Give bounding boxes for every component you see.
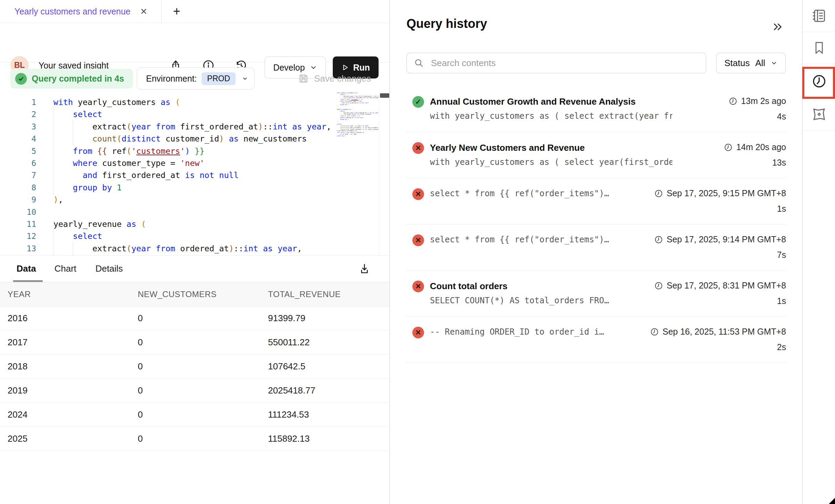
table-row[interactable]: 20240111234.53 [0,403,389,427]
bookmark-icon[interactable] [803,32,835,64]
query-timestamp: Sep 17, 2025, 9:15 PM GMT+8 [654,188,786,198]
query-history-icon[interactable] [803,64,835,98]
save-icon [298,73,309,84]
table-row[interactable]: 201902025418.77 [0,379,389,403]
tab-data[interactable]: Data [17,263,36,274]
status-filter-label: Status [724,58,750,69]
code-line: and first_ordered_at is not null [53,169,331,181]
download-icon[interactable] [358,263,371,275]
results-tab-bar: Data Chart Details [0,255,389,282]
dbt-icon[interactable] [803,98,835,130]
save-changes-button[interactable]: Save changes [298,67,371,90]
table-row[interactable]: 2016091399.79 [0,306,389,330]
table-cell: 2025 [8,433,138,444]
right-icon-rail [803,0,835,504]
line-number: 12 [0,230,36,242]
environment-selector[interactable]: Environment: PROD [137,67,255,90]
code-line: count(distinct customer_id) as new_custo… [53,133,331,145]
column-header-total-revenue: TOTAL_REVENUE [268,290,389,299]
query-duration: 1s [777,296,786,306]
table-cell: 2019 [8,385,138,396]
column-header-year: YEAR [8,290,138,299]
code-line [53,206,331,218]
table-cell: 0 [138,361,268,372]
table-cell: 2025418.77 [268,385,389,396]
table-row[interactable]: 20180107642.5 [0,355,389,379]
query-code-preview: with yearly_customers as ( select year(f… [430,157,672,167]
table-cell: 0 [138,433,268,444]
table-row[interactable]: 20170550011.22 [0,330,389,355]
code-line: select [53,230,331,242]
line-number: 5 [0,145,36,157]
editor-scrollbar-thumb[interactable] [380,93,389,98]
environment-label: Environment: [146,74,197,84]
notebook-icon[interactable] [803,0,835,32]
tab-close-icon[interactable]: ✕ [140,7,147,17]
mouse-cursor [829,498,835,504]
query-history-item[interactable]: ✕Count total ordersSELECT COUNT(*) AS to… [406,271,786,317]
status-filter-value: All [755,58,765,69]
code-line: yearly_revenue as ( [53,218,331,230]
success-check-icon [15,73,27,85]
tab-bar: Yearly customers and revenue ✕ + [0,0,389,23]
query-duration: 2s [777,342,786,352]
line-number: 1 [0,96,36,108]
query-history-item[interactable]: ✕Yearly New Customers and Revenuewith ye… [406,132,786,178]
query-duration: 7s [777,250,786,260]
sql-editor[interactable]: 12345678910111213 with yearly_customers … [0,92,389,255]
new-tab-button[interactable]: + [168,3,185,20]
tab-yearly-customers[interactable]: Yearly customers and revenue ✕ [0,0,158,23]
tab-chart[interactable]: Chart [54,263,76,274]
tab-details[interactable]: Details [95,263,123,274]
query-history-title: Query history [406,17,487,31]
table-row[interactable]: 20250115892.13 [0,427,389,451]
table-cell: 0 [138,385,268,396]
code-line: from {{ ref('customers') }} [53,145,331,157]
code-line: ), [53,194,331,206]
table-cell: 2018 [8,361,138,372]
error-x-icon: ✕ [412,188,424,200]
query-status-badge: Query completed in 4s [10,69,133,88]
table-cell: 91399.79 [268,313,389,324]
query-code-preview: select * from {{ ref("order_items")… [430,189,672,198]
table-cell: 2017 [8,337,138,348]
query-history-item[interactable]: ✕select * from {{ ref("order_items")…Sep… [406,224,786,271]
query-history-item[interactable]: ✕select * from {{ ref("order_items")…Sep… [406,178,786,224]
search-icon [414,58,424,68]
query-code-preview: select * from {{ ref("order_items")… [430,235,672,244]
line-number: 6 [0,157,36,169]
status-filter-button[interactable]: Status All [716,53,786,73]
query-history-item[interactable]: ✓Annual Customer Growth and Revenue Anal… [406,86,786,132]
query-timestamp: Sep 17, 2025, 9:14 PM GMT+8 [654,234,786,244]
result-table-header: YEAR NEW_CUSTOMERS TOTAL_REVENUE [0,282,389,306]
code-line: order by 1 [337,135,378,137]
query-code-preview: with yearly_customers as ( select extrac… [430,111,672,121]
query-title: Count total orders [430,281,672,292]
query-timestamp: 13m 2s ago [729,96,786,106]
query-history-item[interactable]: ✕-- Renaming ORDER_ID to order_id i…Sep … [406,317,786,363]
chevron-down-icon [771,60,777,66]
search-input[interactable] [430,57,699,69]
query-title: Annual Customer Growth and Revenue Analy… [430,96,672,107]
table-cell: 107642.5 [268,361,389,372]
code-line: extract(year from first_ordered_at)::int… [53,121,331,133]
insight-toolbar: BL Your saved insight Develop Run [0,23,389,62]
error-x-icon: ✕ [412,234,424,246]
line-number: 10 [0,206,36,218]
line-number: 9 [0,194,36,206]
line-number: 2 [0,108,36,120]
tab-divider [161,0,162,23]
table-cell: 0 [138,337,268,348]
table-cell: 2024 [8,409,138,420]
line-number: 4 [0,133,36,145]
query-duration: 4s [777,112,786,122]
collapse-panel-icon[interactable] [771,20,785,34]
save-changes-label: Save changes [314,73,371,84]
active-tab-indicator [13,280,43,282]
editor-minimap[interactable]: with yearly_customers as ( select extrac… [337,92,378,240]
query-duration: 1s [777,204,786,214]
error-x-icon: ✕ [412,327,424,338]
app-root: Yearly customers and revenue ✕ + BL Your… [0,0,835,504]
line-number: 3 [0,121,36,133]
query-duration: 13s [772,158,786,168]
